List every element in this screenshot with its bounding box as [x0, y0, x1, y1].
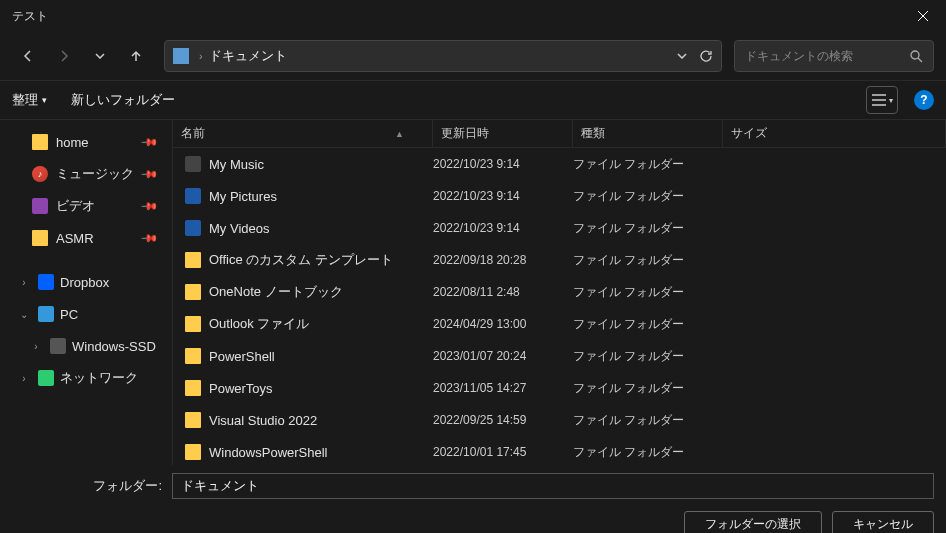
folder-icon — [185, 316, 201, 332]
sidebar-item-home[interactable]: home📌 — [8, 126, 164, 158]
cancel-button[interactable]: キャンセル — [832, 511, 934, 533]
table-row[interactable]: Outlook ファイル2024/04/29 13:00ファイル フォルダー — [173, 308, 946, 340]
recent-dropdown[interactable] — [84, 40, 116, 72]
file-type: ファイル フォルダー — [573, 380, 723, 397]
folder-icon — [185, 220, 201, 236]
tree-drive[interactable]: ›Windows-SSD — [8, 330, 164, 362]
file-type: ファイル フォルダー — [573, 444, 723, 461]
chevron-down-icon[interactable] — [677, 53, 687, 59]
sidebar: home📌♪ミュージック📌ビデオ📌ASMR📌 ›Dropbox ⌄PC ›Win… — [0, 120, 172, 465]
view-options-button[interactable]: ▾ — [866, 86, 898, 114]
file-type: ファイル フォルダー — [573, 188, 723, 205]
sidebar-item-ASMR[interactable]: ASMR📌 — [8, 222, 164, 254]
folder-label: フォルダー: — [12, 477, 172, 495]
file-date: 2022/10/23 9:14 — [433, 189, 573, 203]
pc-icon — [38, 306, 54, 322]
table-row[interactable]: WindowsPowerShell2022/10/01 17:45ファイル フォ… — [173, 436, 946, 465]
file-name: My Pictures — [209, 189, 277, 204]
file-type: ファイル フォルダー — [573, 412, 723, 429]
help-icon[interactable]: ? — [914, 90, 934, 110]
file-type: ファイル フォルダー — [573, 220, 723, 237]
new-folder-button[interactable]: 新しいフォルダー — [71, 91, 175, 109]
col-name[interactable]: 名前▲ — [173, 120, 433, 147]
sidebar-item-ミュージック[interactable]: ♪ミュージック📌 — [8, 158, 164, 190]
table-row[interactable]: My Pictures2022/10/23 9:14ファイル フォルダー — [173, 180, 946, 212]
col-date[interactable]: 更新日時 — [433, 120, 573, 147]
file-name: My Music — [209, 157, 264, 172]
breadcrumb-separator: › — [199, 50, 203, 62]
file-date: 2022/10/23 9:14 — [433, 221, 573, 235]
file-date: 2022/10/23 9:14 — [433, 157, 573, 171]
file-date: 2022/10/01 17:45 — [433, 445, 573, 459]
footer: フォルダー: フォルダーの選択 キャンセル — [0, 465, 946, 533]
sort-indicator: ▲ — [395, 129, 404, 139]
table-row[interactable]: OneNote ノートブック2022/08/11 2:48ファイル フォルダー — [173, 276, 946, 308]
select-folder-button[interactable]: フォルダーの選択 — [684, 511, 822, 533]
table-row[interactable]: PowerToys2023/11/05 14:27ファイル フォルダー — [173, 372, 946, 404]
file-name: Outlook ファイル — [209, 315, 309, 333]
table-row[interactable]: Office のカスタム テンプレート2022/09/18 20:28ファイル … — [173, 244, 946, 276]
table-row[interactable]: My Music2022/10/23 9:14ファイル フォルダー — [173, 148, 946, 180]
file-date: 2023/11/05 14:27 — [433, 381, 573, 395]
folder-icon — [185, 284, 201, 300]
folder-icon — [185, 444, 201, 460]
address-bar[interactable]: › ドキュメント — [164, 40, 722, 72]
folder-icon — [185, 412, 201, 428]
pin-icon: 📌 — [139, 196, 158, 215]
network-icon — [38, 370, 54, 386]
toolbar: 整理 ▾ 新しいフォルダー ▾ ? — [0, 80, 946, 120]
tree-dropbox[interactable]: ›Dropbox — [8, 266, 164, 298]
close-button[interactable] — [900, 0, 946, 32]
sidebar-item-ビデオ[interactable]: ビデオ📌 — [8, 190, 164, 222]
window-title: テスト — [12, 8, 48, 25]
folder-icon — [185, 188, 201, 204]
file-date: 2023/01/07 20:24 — [433, 349, 573, 363]
pin-icon: 📌 — [139, 132, 158, 151]
file-date: 2024/04/29 13:00 — [433, 317, 573, 331]
table-row[interactable]: My Videos2022/10/23 9:14ファイル フォルダー — [173, 212, 946, 244]
document-icon — [173, 48, 189, 64]
forward-button[interactable] — [48, 40, 80, 72]
file-name: Visual Studio 2022 — [209, 413, 317, 428]
up-button[interactable] — [120, 40, 152, 72]
organize-button[interactable]: 整理 ▾ — [12, 91, 47, 109]
folder-icon — [185, 380, 201, 396]
music-icon: ♪ — [32, 166, 48, 182]
folder-icon — [185, 252, 201, 268]
back-button[interactable] — [12, 40, 44, 72]
file-type: ファイル フォルダー — [573, 316, 723, 333]
pin-icon: 📌 — [139, 164, 158, 183]
pin-icon: 📌 — [139, 228, 158, 247]
file-list: 名前▲ 更新日時 種類 サイズ My Music2022/10/23 9:14フ… — [172, 120, 946, 465]
column-headers: 名前▲ 更新日時 種類 サイズ — [173, 120, 946, 148]
video-icon — [32, 198, 48, 214]
disk-icon — [50, 338, 66, 354]
file-date: 2022/09/25 14:59 — [433, 413, 573, 427]
file-type: ファイル フォルダー — [573, 156, 723, 173]
col-size[interactable]: サイズ — [723, 120, 946, 147]
col-type[interactable]: 種類 — [573, 120, 723, 147]
search-bar[interactable] — [734, 40, 934, 72]
refresh-icon[interactable] — [699, 49, 713, 63]
svg-point-0 — [911, 51, 919, 59]
sidebar-item-label: home — [56, 135, 89, 150]
tree-pc[interactable]: ⌄PC — [8, 298, 164, 330]
folder-icon — [185, 156, 201, 172]
file-type: ファイル フォルダー — [573, 348, 723, 365]
file-date: 2022/08/11 2:48 — [433, 285, 573, 299]
search-input[interactable] — [745, 49, 910, 63]
breadcrumb-location[interactable]: ドキュメント — [209, 47, 287, 65]
sidebar-item-label: ミュージック — [56, 165, 134, 183]
sidebar-item-label: ASMR — [56, 231, 94, 246]
dropbox-icon — [38, 274, 54, 290]
navbar: › ドキュメント — [0, 32, 946, 80]
table-row[interactable]: Visual Studio 20222022/09/25 14:59ファイル フ… — [173, 404, 946, 436]
tree-network[interactable]: ›ネットワーク — [8, 362, 164, 394]
titlebar: テスト — [0, 0, 946, 32]
file-name: OneNote ノートブック — [209, 283, 343, 301]
file-date: 2022/09/18 20:28 — [433, 253, 573, 267]
search-icon[interactable] — [910, 50, 923, 63]
table-row[interactable]: PowerShell2023/01/07 20:24ファイル フォルダー — [173, 340, 946, 372]
folder-input[interactable] — [172, 473, 934, 499]
file-type: ファイル フォルダー — [573, 252, 723, 269]
